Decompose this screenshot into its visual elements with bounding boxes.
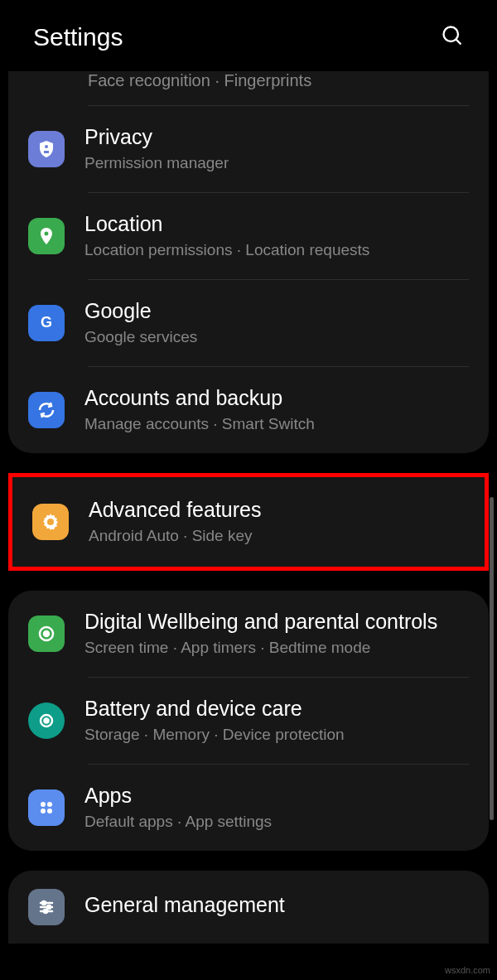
- sync-icon: [28, 392, 65, 428]
- search-icon[interactable]: [441, 24, 464, 51]
- svg-point-0: [444, 27, 459, 42]
- svg-point-9: [41, 809, 46, 813]
- svg-point-10: [47, 809, 52, 813]
- item-subtitle: Storage · Memory · Device protection: [84, 725, 469, 746]
- settings-item-apps[interactable]: Apps Default apps · App settings: [8, 765, 489, 851]
- settings-item-advanced[interactable]: Advanced features Android Auto · Side ke…: [12, 477, 485, 567]
- item-title: Battery and device care: [84, 696, 469, 722]
- watermark: wsxdn.com: [445, 965, 490, 975]
- sliders-icon: [28, 889, 65, 925]
- item-title: Apps: [84, 783, 469, 809]
- item-subtitle: Google services: [84, 327, 469, 348]
- cutoff-subtitle: Face recognition · Fingerprints: [8, 71, 489, 105]
- item-text: Apps Default apps · App settings: [84, 783, 469, 833]
- item-subtitle: Screen time · App timers · Bedtime mode: [84, 638, 469, 659]
- item-text: Digital Wellbeing and parental controls …: [84, 609, 469, 659]
- item-text: Battery and device care Storage · Memory…: [84, 696, 469, 746]
- google-icon: G: [28, 305, 65, 341]
- svg-text:G: G: [41, 314, 52, 331]
- item-title: Google: [84, 298, 469, 324]
- item-subtitle: Manage accounts · Smart Switch: [84, 414, 469, 435]
- item-text: Advanced features Android Auto · Side ke…: [89, 497, 465, 547]
- item-title: General management: [84, 892, 469, 918]
- item-subtitle: Location permissions · Location requests: [84, 240, 469, 261]
- item-title: Location: [84, 211, 469, 237]
- item-text: Google Google services: [84, 298, 469, 348]
- item-text: Privacy Permission manager: [84, 124, 469, 174]
- wellbeing-icon: [28, 616, 65, 652]
- item-text: Location Location permissions · Location…: [84, 211, 469, 261]
- item-subtitle: Default apps · App settings: [84, 812, 469, 833]
- page-title: Settings: [33, 23, 123, 51]
- settings-item-location[interactable]: Location Location permissions · Location…: [8, 193, 489, 279]
- privacy-icon: [28, 131, 65, 167]
- svg-point-4: [44, 631, 49, 636]
- svg-point-16: [44, 910, 47, 913]
- scrollbar[interactable]: [490, 497, 494, 820]
- location-icon: [28, 218, 65, 254]
- item-subtitle: Android Auto · Side key: [89, 526, 465, 547]
- svg-line-1: [456, 40, 461, 45]
- settings-item-privacy[interactable]: Privacy Permission manager: [8, 106, 489, 192]
- gear-icon: [32, 504, 69, 540]
- settings-item-battery[interactable]: Battery and device care Storage · Memory…: [8, 678, 489, 764]
- settings-item-general[interactable]: General management: [8, 871, 489, 944]
- apps-icon: [28, 789, 65, 826]
- svg-point-6: [45, 718, 49, 722]
- item-text: General management: [84, 892, 469, 921]
- settings-group-1: Face recognition · Fingerprints Privacy …: [8, 71, 489, 453]
- svg-point-14: [47, 905, 51, 909]
- settings-item-accounts[interactable]: Accounts and backup Manage accounts · Sm…: [8, 367, 489, 453]
- svg-point-8: [47, 802, 52, 807]
- item-title: Privacy: [84, 124, 469, 150]
- item-title: Accounts and backup: [84, 385, 469, 411]
- item-title: Digital Wellbeing and parental controls: [84, 609, 469, 635]
- svg-point-12: [42, 901, 46, 905]
- item-title: Advanced features: [89, 497, 465, 523]
- settings-item-google[interactable]: G Google Google services: [8, 280, 489, 366]
- settings-group-3: Digital Wellbeing and parental controls …: [8, 591, 489, 851]
- settings-group-advanced-highlighted: Advanced features Android Auto · Side ke…: [8, 473, 489, 571]
- header: Settings: [0, 0, 497, 71]
- settings-group-4: General management: [8, 871, 489, 944]
- svg-point-7: [41, 802, 46, 807]
- item-subtitle: Permission manager: [84, 153, 469, 174]
- item-text: Accounts and backup Manage accounts · Sm…: [84, 385, 469, 435]
- settings-item-wellbeing[interactable]: Digital Wellbeing and parental controls …: [8, 591, 489, 677]
- device-care-icon: [28, 702, 65, 739]
